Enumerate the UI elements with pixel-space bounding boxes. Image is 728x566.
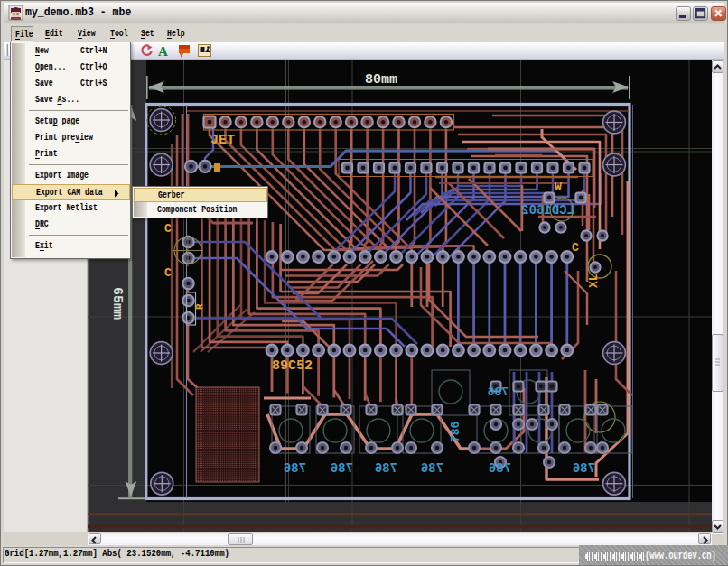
svg-text:A: A [158,44,168,59]
